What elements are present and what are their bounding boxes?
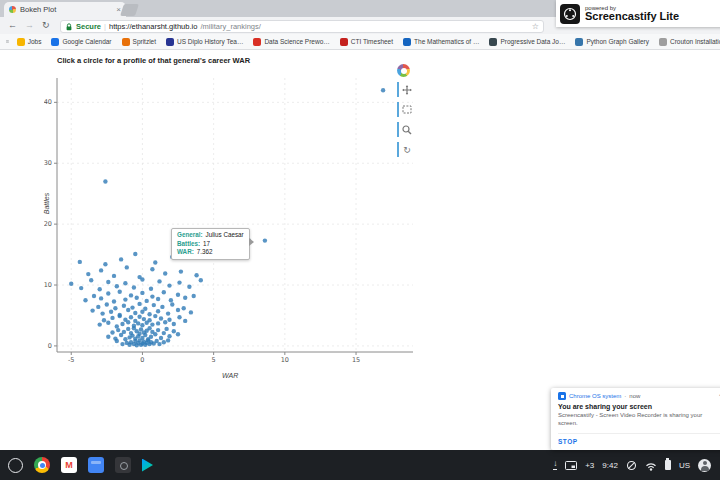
bookmarks-bar: JobsGoogle CalendarSpritzletUS Diplo His…	[0, 34, 720, 50]
svg-text:10: 10	[44, 281, 52, 289]
status-tray[interactable]: ↓ +3 9:42 US	[553, 459, 720, 472]
notifications-off-icon	[626, 460, 637, 471]
notification-source: Chrome OS system	[569, 393, 621, 399]
bookmark-item[interactable]: Progressive Data Jo…	[489, 38, 565, 46]
svg-text:40: 40	[44, 98, 52, 106]
svg-text:10: 10	[281, 356, 289, 364]
stop-sharing-button[interactable]: STOP	[558, 433, 720, 445]
tooltip-row: WAR:7.362	[177, 248, 244, 257]
bookmark-item[interactable]: CTI Timesheet	[340, 38, 393, 46]
pan-tool-icon[interactable]	[397, 82, 415, 97]
notification-body: Screencastify - Screen Video Recorder is…	[558, 412, 720, 428]
bookmark-label: Data Science Prewo…	[264, 38, 329, 45]
tooltip-arrow-icon	[249, 238, 254, 246]
bookmark-label: CTI Timesheet	[351, 38, 393, 45]
bokeh-favicon-icon	[9, 6, 16, 13]
svg-text:-5: -5	[68, 356, 74, 364]
wifi-icon	[645, 460, 657, 471]
notification-time: now	[629, 393, 640, 399]
download-icon[interactable]: ↓	[553, 460, 557, 470]
svg-text:0: 0	[140, 356, 144, 364]
bookmark-item[interactable]: US Diplo History Tea…	[166, 38, 243, 46]
play-store-icon[interactable]	[142, 459, 153, 472]
url-separator: |	[104, 22, 106, 31]
bookmark-favicon-icon	[166, 38, 174, 46]
reset-tool-icon[interactable]: ↻	[397, 142, 415, 157]
bookmark-item[interactable]: Crouton Installation	[659, 38, 720, 46]
bokeh-toolbar: ↻	[397, 64, 415, 157]
bokeh-logo-icon[interactable]	[397, 64, 410, 77]
camera-app-icon[interactable]	[115, 457, 131, 473]
bookmark-label: Crouton Installation	[670, 38, 720, 45]
y-axis-label: Battles	[43, 182, 50, 226]
notification-title: You are sharing your screen	[558, 403, 720, 410]
notification-count-badge: +3	[585, 461, 594, 470]
bookmark-label: Spritzlet	[133, 38, 156, 45]
bookmark-favicon-icon	[51, 38, 59, 46]
secure-label: Secure	[76, 22, 101, 31]
bookmark-label: The Mathematics of …	[414, 38, 479, 45]
bookmark-favicon-icon	[340, 38, 348, 46]
wheel-zoom-tool-icon[interactable]	[397, 122, 415, 137]
chrome-app-icon[interactable]	[34, 457, 50, 473]
bookmark-favicon-icon	[659, 38, 667, 46]
hover-tooltip-rows: General:Julius CaesarBattles:17WAR:7.362	[177, 231, 244, 257]
screen: Bokeh Plot × ← → ↻ Secure | https://etha…	[0, 0, 720, 480]
bookmark-item[interactable]: The Mathematics of …	[403, 38, 479, 46]
hover-tooltip: General:Julius CaesarBattles:17WAR:7.362	[171, 228, 250, 260]
apps-grid-icon[interactable]	[6, 38, 9, 45]
svg-text:5: 5	[212, 356, 216, 364]
bookmark-item[interactable]: Jobs	[17, 38, 42, 46]
tooltip-row: Battles:17	[177, 240, 244, 249]
tab-title: Bokeh Plot	[20, 5, 112, 14]
tooltip-row: General:Julius Caesar	[177, 231, 244, 240]
url-path: /military_rankings/	[200, 22, 260, 31]
refresh-icon[interactable]: ↻	[42, 21, 50, 30]
bookmark-favicon-icon	[17, 38, 25, 46]
screencastify-watermark: powered by Screencastify Lite	[556, 0, 720, 27]
svg-text:0: 0	[48, 342, 52, 350]
bookmark-item[interactable]: Spritzlet	[122, 38, 156, 46]
bookmark-star-icon[interactable]: ☆	[532, 22, 539, 31]
bookmark-item[interactable]: Google Calendar	[51, 38, 111, 46]
bookmark-favicon-icon	[403, 38, 411, 46]
bookmark-favicon-icon	[489, 38, 497, 46]
chrome-os-shelf: M ↓ +3 9:42 US	[0, 450, 720, 480]
bookmark-item[interactable]: Python Graph Gallery	[575, 38, 649, 46]
x-axis-label: WAR	[222, 372, 238, 379]
bookmarks-list: JobsGoogle CalendarSpritzletUS Diplo His…	[17, 38, 720, 46]
back-icon[interactable]: ←	[8, 21, 17, 30]
svg-text:30: 30	[44, 159, 52, 167]
box-zoom-tool-icon[interactable]	[397, 102, 415, 117]
chrome-os-icon	[558, 392, 566, 400]
bookmark-item[interactable]: Data Science Prewo…	[253, 38, 329, 46]
url-host: https://ethanarsht.github.io	[109, 22, 197, 31]
keyboard-layout: US	[679, 461, 690, 470]
account-avatar[interactable]	[698, 459, 711, 472]
screen-share-icon	[565, 461, 577, 470]
browser-tab[interactable]: Bokeh Plot ×	[4, 2, 126, 17]
screencastify-logo-icon	[560, 4, 580, 24]
secure-lock-icon	[65, 23, 73, 31]
bookmark-label: Google Calendar	[62, 38, 111, 45]
new-tab-button[interactable]	[120, 4, 139, 16]
bookmark-label: Progressive Data Jo…	[500, 38, 565, 45]
svg-text:15: 15	[352, 356, 360, 364]
forward-icon[interactable]: →	[25, 21, 34, 30]
bookmark-favicon-icon	[575, 38, 583, 46]
files-app-icon[interactable]	[88, 457, 104, 473]
clock: 9:42	[602, 461, 618, 470]
address-bar[interactable]: Secure | https://ethanarsht.github.io /m…	[60, 20, 544, 33]
notification-dot: ·	[624, 393, 626, 399]
gmail-app-icon[interactable]: M	[61, 457, 77, 473]
bookmark-favicon-icon	[253, 38, 261, 46]
screencastify-brand: Screencastify Lite	[585, 11, 679, 23]
bookmark-label: Python Graph Gallery	[586, 38, 649, 45]
bookmark-favicon-icon	[122, 38, 130, 46]
share-notification[interactable]: Chrome OS system · now ^ You are sharing…	[551, 388, 720, 450]
bookmark-label: Jobs	[28, 38, 42, 45]
launcher-icon[interactable]	[8, 458, 23, 473]
bookmark-label: US Diplo History Tea…	[177, 38, 243, 45]
battery-icon	[665, 460, 671, 470]
